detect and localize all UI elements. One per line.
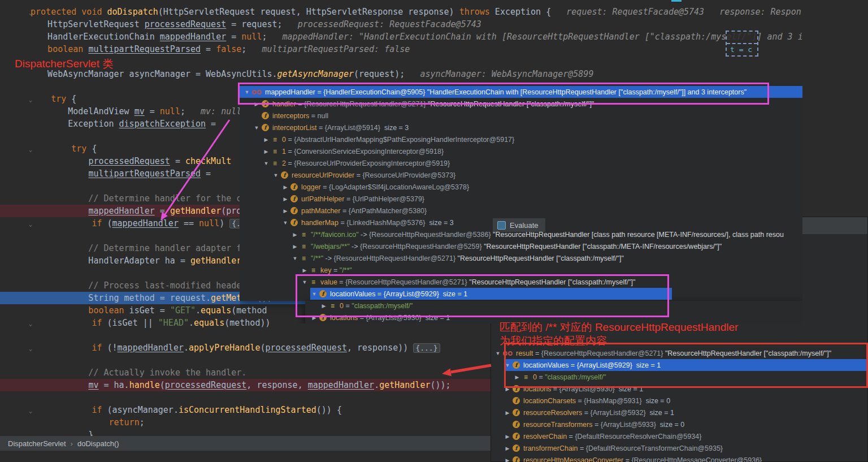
variable-row[interactable]: ▼≡value = {ResourceHttpRequestHandler@52… (240, 276, 802, 288)
code-token: getHandler (170, 206, 221, 216)
variable-row[interactable]: ▶flocations = {ArrayList@5930} size = 1 (491, 383, 868, 395)
variable-row[interactable]: ▶≡key = "/**" (240, 264, 802, 276)
value-text: 0 (340, 302, 344, 310)
array-element-icon: ≡ (271, 148, 279, 156)
variable-row[interactable]: ▼mappedHandler = {HandlerExecutionChain@… (240, 86, 802, 98)
code-token: == (179, 218, 199, 228)
value-text: locationCharsets (523, 397, 576, 405)
value-text: {ResourceHttpMessageConverter@5936} (631, 456, 762, 462)
code-token: = (155, 206, 170, 216)
value-text: interceptors (272, 112, 309, 120)
code-token: mv (134, 106, 145, 116)
breadcrumb-class[interactable]: DispatcherServlet (8, 439, 66, 448)
expand-icon[interactable]: ▶ (320, 303, 328, 309)
variable-row[interactable]: ▶flocations = {ArrayList@5930} size = 1 (240, 312, 802, 323)
expand-icon[interactable]: ▶ (504, 386, 511, 392)
code-token: mappedHandler (308, 380, 374, 390)
breadcrumb-method[interactable]: doDispatch() (77, 439, 119, 448)
variable-row[interactable]: finterceptors = null (240, 110, 802, 122)
collapse-icon[interactable]: ▼ (504, 362, 511, 368)
field-icon: f (262, 124, 269, 131)
variable-row[interactable]: ▼≡2 = {ResourceUrlProviderExposingInterc… (240, 157, 802, 169)
collapse-icon[interactable]: ▼ (262, 161, 270, 166)
value-text: = (623, 456, 631, 462)
collapse-icon[interactable]: ▼ (301, 279, 309, 285)
code-token: applyPreHandle (189, 343, 260, 353)
expand-icon[interactable]: ▶ (504, 446, 511, 451)
variable-row[interactable]: ▶furlPathHelper = {UrlPathHelper@5379} (240, 193, 802, 205)
expand-icon[interactable]: ▶ (504, 410, 511, 416)
variable-row[interactable]: ▶≡0 = "classpath:/myself/" (240, 300, 802, 312)
collapse-icon[interactable]: ▼ (494, 351, 502, 356)
expand-icon[interactable]: ▶ (504, 434, 511, 439)
value-text: resourceUrlProvider (292, 171, 354, 179)
expand-icon[interactable]: ▶ (253, 101, 261, 107)
value-text: {ResourceUrlProvider@5373} (362, 171, 455, 179)
collapse-icon[interactable]: ▼ (272, 172, 280, 178)
variable-row[interactable]: ▶≡1 = {ConversionServiceExposingIntercep… (240, 145, 802, 157)
variable-row[interactable]: ▶≡0 = "classpath:/myself/" (491, 371, 868, 383)
expand-icon[interactable]: ▶ (291, 232, 299, 238)
variable-row[interactable]: ▶≡0 = {AbstractUrlHandlerMapping$PathExp… (240, 133, 802, 145)
expand-icon[interactable]: ▶ (513, 374, 521, 380)
expand-icon[interactable]: ▶ (291, 244, 299, 249)
expand-icon[interactable]: ▶ (281, 208, 289, 214)
variable-row[interactable]: ▼finterceptorList = {ArrayList@5914} siz… (240, 122, 802, 133)
code-token: mappedHandler (160, 32, 226, 42)
variable-row[interactable]: ▶≡"/webjars/**" -> {ResourceHttpRequestH… (240, 240, 802, 252)
expand-icon[interactable]: ▶ (281, 196, 289, 202)
debugger-variables-popup[interactable]: ▼mappedHandler = {HandlerExecutionChain@… (240, 84, 802, 323)
code-token: ( (160, 380, 165, 390)
variable-row[interactable]: ▼flocationValues = {ArrayList@5929} size… (491, 359, 868, 371)
variable-row[interactable]: ▼flocationValues = {ArrayList@5929} size… (240, 288, 802, 300)
value-text: = (593, 421, 601, 429)
result-variables-tree[interactable]: ▼result = {ResourceHttpRequestHandler@52… (491, 342, 868, 462)
code-token: isConcurrentHandlingStarted (179, 405, 316, 415)
expand-icon[interactable]: ▶ (262, 137, 270, 143)
variables-tree[interactable]: ▼mappedHandler = {HandlerExecutionChain@… (240, 84, 802, 323)
variable-row[interactable]: ▼fresourceUrlProvider = {ResourceUrlProv… (240, 169, 802, 181)
expand-icon[interactable]: ▶ (262, 149, 270, 154)
watch-result-icon (503, 351, 513, 356)
expand-icon[interactable]: ▶ (301, 267, 309, 273)
variable-row[interactable]: ▶fresourceResolvers = {ArrayList@5932} s… (491, 407, 868, 418)
expand-icon[interactable]: ▶ (310, 315, 318, 321)
code-token: null (160, 106, 180, 116)
watch-result-icon (252, 90, 262, 94)
value-text: {ResourceHttpRequestHandler@5259} (360, 243, 484, 251)
variable-row[interactable]: ▶fresourceHttpMessageConverter = {Resour… (491, 454, 868, 462)
code-token: (! (102, 343, 117, 353)
value-text: handler (272, 100, 296, 108)
variable-row[interactable]: fresourceTransformers = {ArrayList@5933}… (491, 418, 868, 430)
value-text: = (296, 100, 304, 108)
collapse-icon[interactable]: ▼ (291, 256, 299, 261)
variable-row[interactable]: flocationCharsets = {HashMap@5931} size … (491, 395, 868, 407)
value-text: urlPathHelper (301, 195, 344, 203)
evaluate-dialog-title[interactable]: Evaluate (493, 218, 545, 232)
variable-row[interactable]: ▼≡"/**" -> {ResourceHttpRequestHandler@5… (240, 252, 802, 264)
expand-icon[interactable]: ▶ (504, 457, 511, 462)
value-text: "/**" (311, 254, 323, 262)
code-token: mappedHandler: "HandlerExecutionChain wi… (267, 32, 802, 42)
variable-row[interactable]: ▶fhandler = {ResourceHttpRequestHandler@… (240, 98, 802, 110)
collapse-icon[interactable]: ▼ (310, 291, 318, 297)
code-line[interactable]: HttpServletRequest processedRequest = re… (0, 18, 868, 31)
variable-row[interactable]: ▶flogger = {LogAdapter$Slf4jLocationAwar… (240, 181, 802, 193)
variable-row[interactable]: ▼result = {ResourceHttpRequestHandler@52… (491, 347, 868, 359)
code-line[interactable]: WebAsyncManager asyncManager = WebAsyncU… (0, 68, 868, 80)
variable-row[interactable]: ▶fpathMatcher = {AntPathMatcher@5380} (240, 205, 802, 217)
field-icon: f (290, 219, 298, 226)
field-icon: f (262, 112, 269, 119)
value-text: resourceResolvers (523, 409, 582, 417)
value-text: {AbstractUrlHandlerMapping$PathExposingH… (294, 136, 514, 144)
variable-row[interactable]: ▶fresolverChain = {DefaultResourceResolv… (491, 430, 868, 442)
variable-row[interactable]: ▶ftransformerChain = {DefaultResourceTra… (491, 442, 868, 454)
code-token: = (170, 156, 185, 166)
collapse-icon[interactable]: ▼ (281, 220, 289, 226)
code-token: ()) { (316, 405, 342, 415)
expand-icon[interactable]: ▶ (281, 184, 289, 190)
collapse-icon[interactable]: ▼ (243, 89, 251, 95)
code-line[interactable]: ⌄protected void doDispatch(HttpServletRe… (0, 6, 868, 18)
collapse-icon[interactable]: ▼ (253, 125, 261, 131)
code-token: = ha. (98, 380, 129, 390)
